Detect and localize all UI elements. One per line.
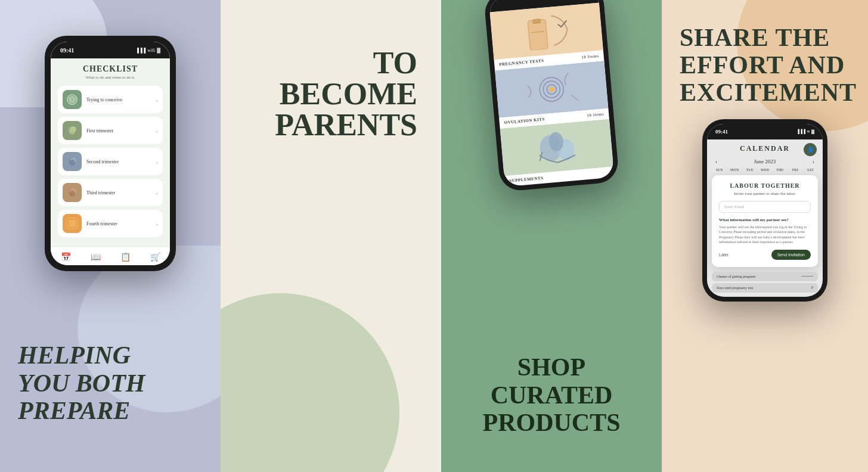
shop-count-2: 10 items xyxy=(587,111,604,117)
svg-rect-15 xyxy=(73,220,76,222)
item-arrow-4: › xyxy=(156,190,158,196)
svg-point-8 xyxy=(69,160,75,166)
cal-day-sun: SUN xyxy=(712,168,727,172)
modal-title: LABOUR TOGETHER xyxy=(719,182,811,189)
panel4: Share TheEffort AndExcitement 09:41 ▐▐▐ … xyxy=(662,0,868,472)
cal-day-sat: SAT xyxy=(803,168,818,172)
svg-point-2 xyxy=(71,98,74,101)
checklist-title: CHECKLIST xyxy=(58,64,163,74)
labour-together-modal: LABOUR TOGETHER Invite your partner to s… xyxy=(712,175,818,267)
phone-frame: 09:41 ▐▐▐ wifi ▓ CHECKLIST What to do an… xyxy=(45,36,176,271)
item-icon-3 xyxy=(63,152,82,171)
panel4-text: Share TheEffort AndExcitement xyxy=(680,24,847,107)
phone1-container: 09:41 ▐▐▐ wifi ▓ CHECKLIST What to do an… xyxy=(45,36,176,271)
cal-battery-icon: ▓ xyxy=(811,129,814,134)
phone-notch: 09:41 ▐▐▐ wifi ▓ xyxy=(51,42,170,58)
phone-icons: ▐▐▐ wifi ▓ xyxy=(135,48,160,53)
panel3-bottom-text: Shop CuratedProducts xyxy=(462,353,641,436)
shop-count-1: 10 Items xyxy=(581,54,599,60)
shop-img-3 xyxy=(500,119,613,176)
modal-buttons: Later Send Invitation xyxy=(719,250,811,260)
svg-point-5 xyxy=(69,129,75,135)
cal-day-mon: MON xyxy=(727,168,742,172)
item-icon-4 xyxy=(63,183,82,202)
cal-days-header: SUN MON TUE WED THU FRI SAT xyxy=(707,167,823,173)
item-label-3: Second trimester xyxy=(86,159,151,164)
svg-rect-14 xyxy=(71,220,73,222)
svg-line-29 xyxy=(571,93,579,102)
shop-name-3: SUPPLEMENTS xyxy=(509,176,544,184)
send-invitation-button[interactable]: Send Invitation xyxy=(771,250,811,260)
nav-calendar-icon[interactable]: 📅 xyxy=(61,252,71,262)
panel1-tagline: HelpingYou BothPrepare xyxy=(18,341,145,424)
wifi-icon: wifi xyxy=(147,48,155,53)
phone-screen: 09:41 ▐▐▐ wifi ▓ CHECKLIST What to do an… xyxy=(51,42,170,265)
cal-next-arrow[interactable]: › xyxy=(813,158,814,164)
checklist-item-1[interactable]: Trying to conceive › xyxy=(58,86,163,113)
cal-avatar[interactable]: 👤 xyxy=(804,143,817,156)
cal-day-wed: WED xyxy=(757,168,772,172)
cal-day-fri: FRI xyxy=(788,168,802,172)
shop-item-2: OVULATION KITS 10 items xyxy=(495,61,609,129)
cal-day-tue: TUE xyxy=(742,168,757,172)
cal-bottom: Chance of getting pregnant ──── Days unt… xyxy=(707,269,823,297)
checklist-item-4[interactable]: Third trimester › xyxy=(58,179,163,206)
panel1: 09:41 ▐▐▐ wifi ▓ CHECKLIST What to do an… xyxy=(0,0,221,472)
cal-stat-row-2: Days until pregnancy test 7 xyxy=(712,283,818,293)
shop-item-1: PREGNANCY TESTS 10 Items xyxy=(490,2,604,70)
item-arrow-2: › xyxy=(156,128,158,134)
svg-rect-18 xyxy=(73,222,76,225)
cal-signal-icon: ▐▐▐ xyxy=(796,129,805,134)
item-icon-5 xyxy=(63,214,82,233)
modal-subtitle: Invite your partner to share the labor. xyxy=(719,191,811,196)
svg-rect-22 xyxy=(528,19,548,50)
svg-rect-13 xyxy=(69,220,71,222)
signal-icon: ▐▐▐ xyxy=(135,48,145,53)
shop-phone-screen: PREGNANCY TESTS 10 Items xyxy=(488,0,614,187)
panel3-phone-container: PREGNANCY TESTS 10 Items xyxy=(492,0,611,187)
panel2-text: ToBecomeParents xyxy=(275,48,417,141)
cal-prev-arrow[interactable]: ‹ xyxy=(715,158,717,164)
cal-nav: ‹ June 2023 › xyxy=(707,156,823,167)
checklist-item-3[interactable]: Second trimester › xyxy=(58,148,163,175)
nav-cart-icon[interactable]: 🛒 xyxy=(150,252,160,262)
cal-notch: 09:41 ▐▐▐ ≋ ▓ xyxy=(707,124,823,139)
pregnancy-tests-bg xyxy=(490,2,603,60)
item-label-4: Third trimester xyxy=(86,190,151,195)
shop-img-2 xyxy=(495,61,608,118)
checklist-item-5[interactable]: Fourth trimester › xyxy=(58,210,163,237)
panel1-text: HelpingYou BothPrepare xyxy=(18,341,145,424)
shop-tagline: Shop CuratedProducts xyxy=(462,353,641,436)
cal-stat-value-1: ──── xyxy=(801,274,813,279)
cal-phone-frame: 09:41 ▐▐▐ ≋ ▓ CALENDAR 👤 ‹ June 2023 xyxy=(702,119,827,302)
nav-book-icon[interactable]: 📖 xyxy=(91,252,101,262)
cal-stat-value-2: 7 xyxy=(811,285,814,290)
item-icon-1 xyxy=(63,90,82,109)
nav-checklist-icon[interactable]: 📋 xyxy=(120,252,131,262)
cal-header-area: CALENDAR 👤 xyxy=(707,139,823,156)
shop-name-2: OVULATION KITS xyxy=(504,117,545,125)
cal-month: June 2023 xyxy=(754,159,776,164)
svg-rect-16 xyxy=(69,222,71,225)
cal-time: 09:41 xyxy=(715,129,728,135)
panel4-headline: Share TheEffort AndExcitement xyxy=(680,24,847,107)
svg-rect-19 xyxy=(69,225,71,227)
svg-rect-17 xyxy=(71,222,73,225)
later-button[interactable]: Later xyxy=(719,253,728,257)
modal-question: What information will my partner see? xyxy=(719,218,811,222)
shop-phone-frame: PREGNANCY TESTS 10 Items xyxy=(483,0,619,192)
panel2-tagline: ToBecomeParents xyxy=(275,48,417,141)
panel3: PREGNANCY TESTS 10 Items xyxy=(441,0,662,472)
checklist-item-2[interactable]: First trimester › xyxy=(58,117,163,144)
phone-nav: 📅 📖 📋 🛒 xyxy=(51,247,170,265)
phone-time: 09:41 xyxy=(60,47,74,54)
svg-rect-23 xyxy=(532,18,541,24)
item-arrow-1: › xyxy=(156,97,158,103)
svg-rect-20 xyxy=(71,225,73,227)
shop-item-3: SUPPLEMENTS xyxy=(500,119,615,187)
cal-icons: ▐▐▐ ≋ ▓ xyxy=(796,129,814,134)
svg-point-28 xyxy=(549,87,554,92)
item-label-1: Trying to conceive xyxy=(86,97,151,103)
modal-email-input[interactable]: Enter Email xyxy=(719,201,811,213)
item-label-5: Fourth trimester xyxy=(86,221,151,226)
